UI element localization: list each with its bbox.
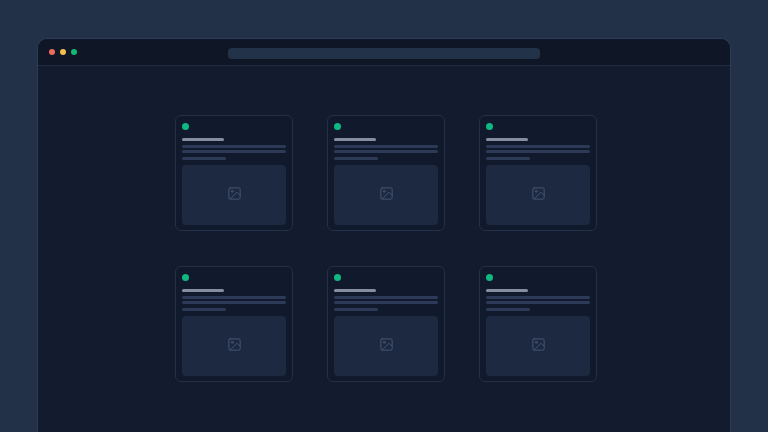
status-dot [486, 274, 493, 281]
post-card-skeleton[interactable] [479, 266, 597, 382]
skeleton-text-line [486, 145, 590, 148]
image-placeholder [334, 316, 438, 376]
skeleton-text-line-short [182, 157, 226, 160]
skeleton-text-line-short [486, 157, 530, 160]
image-placeholder [182, 165, 286, 225]
skeleton-text-line [486, 301, 590, 304]
zoom-button[interactable] [71, 49, 77, 55]
image-icon [227, 337, 242, 356]
traffic-lights [49, 39, 77, 65]
close-button[interactable] [49, 49, 55, 55]
status-dot [334, 274, 341, 281]
status-dot [486, 123, 493, 130]
browser-window [37, 38, 731, 432]
image-icon [531, 337, 546, 356]
url-bar[interactable] [228, 48, 540, 59]
skeleton-text-line [334, 150, 438, 153]
status-dot [334, 123, 341, 130]
skeleton-title-bar [182, 138, 224, 141]
skeleton-title-bar [334, 138, 376, 141]
skeleton-title-bar [334, 289, 376, 292]
image-icon [379, 186, 394, 205]
skeleton-text-line [182, 150, 286, 153]
post-card-skeleton[interactable] [479, 115, 597, 231]
skeleton-text-line-short [486, 308, 530, 311]
card-grid [175, 115, 597, 382]
post-card-skeleton[interactable] [175, 115, 293, 231]
image-placeholder [486, 316, 590, 376]
skeleton-title-bar [182, 289, 224, 292]
skeleton-text-line-short [334, 308, 378, 311]
skeleton-title-bar [486, 138, 528, 141]
skeleton-title-bar [486, 289, 528, 292]
image-icon [227, 186, 242, 205]
skeleton-text-line [334, 145, 438, 148]
image-placeholder [486, 165, 590, 225]
minimize-button[interactable] [60, 49, 66, 55]
skeleton-text-line [182, 296, 286, 299]
image-placeholder [334, 165, 438, 225]
skeleton-text-line-short [334, 157, 378, 160]
titlebar [38, 39, 730, 66]
skeleton-text-line [486, 296, 590, 299]
skeleton-text-line [334, 301, 438, 304]
image-icon [379, 337, 394, 356]
skeleton-text-line [334, 296, 438, 299]
skeleton-text-line [486, 150, 590, 153]
post-card-skeleton[interactable] [175, 266, 293, 382]
post-card-skeleton[interactable] [327, 266, 445, 382]
skeleton-text-line [182, 145, 286, 148]
image-placeholder [182, 316, 286, 376]
post-card-skeleton[interactable] [327, 115, 445, 231]
skeleton-text-line [182, 301, 286, 304]
status-dot [182, 123, 189, 130]
image-icon [531, 186, 546, 205]
status-dot [182, 274, 189, 281]
skeleton-text-line-short [182, 308, 226, 311]
